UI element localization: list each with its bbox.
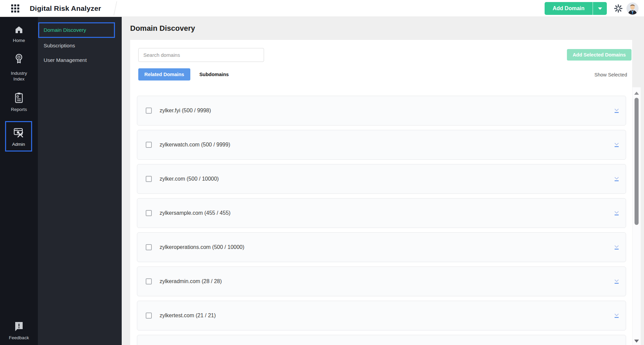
submenu-item-domain-discovery[interactable]: Domain Discovery (38, 22, 115, 38)
medal-icon (0, 53, 38, 68)
show-selected-link[interactable]: Show Selected (594, 72, 627, 77)
sidebar-item-home[interactable]: Home (0, 25, 38, 43)
page-title: Domain Discovery (130, 24, 195, 33)
app-launcher-grid-icon[interactable] (11, 4, 19, 13)
domain-row[interactable]: zylkertest.com (21 / 21) (137, 301, 626, 330)
domain-label: zylkeradmin.com (28 / 28) (160, 278, 222, 284)
domain-tabs: Related Domains Subdomains (138, 68, 229, 80)
domain-label: zylkertest.com (21 / 21) (160, 313, 216, 319)
domain-row[interactable]: zylkeradmin.com (28 / 28) (137, 267, 626, 296)
domain-label: zylkeroperations.com (500 / 10000) (160, 244, 244, 250)
sidebar-item-reports[interactable]: Reports (0, 92, 38, 112)
sidebar-item-label: Reports (11, 107, 27, 112)
expand-chevron-icon[interactable] (613, 244, 620, 250)
tab-related-domains[interactable]: Related Domains (138, 68, 190, 80)
sidebar-item-feedback[interactable]: Feedback (0, 321, 38, 340)
sidebar-item-label: Industry Index (7, 70, 31, 82)
expand-chevron-icon[interactable] (613, 313, 620, 319)
search-input[interactable] (138, 48, 264, 62)
domain-checkbox[interactable] (146, 176, 152, 182)
domain-discovery-panel: Add Selected Domains Related Domains Sub… (130, 40, 632, 345)
domain-checkbox[interactable] (146, 142, 152, 148)
list-scrollbar[interactable] (632, 87, 641, 345)
domain-checkbox[interactable] (146, 108, 152, 114)
domain-row[interactable]: zylkersample.com (455 / 455) (137, 198, 626, 228)
admin-submenu: Domain Discovery Subscriptions User Mana… (38, 17, 122, 345)
add-selected-domains-button[interactable]: Add Selected Domains (567, 49, 631, 61)
sidebar-item-label: Admin (12, 142, 25, 147)
user-avatar[interactable] (626, 2, 639, 15)
add-domain-split-button[interactable]: Add Domain (545, 2, 607, 15)
domain-label: zylkerwatch.com (500 / 9999) (160, 142, 230, 148)
expand-chevron-icon[interactable] (613, 210, 620, 216)
sidebar-item-label: Feedback (9, 335, 29, 340)
reports-icon (0, 92, 38, 105)
add-domain-dropdown-button[interactable] (593, 2, 607, 15)
domain-list: zylker.fyi (500 / 9998) zylkerwatch.com … (137, 96, 626, 345)
submenu-item-label: Domain Discovery (44, 27, 86, 33)
expand-chevron-icon[interactable] (613, 176, 620, 182)
domain-row[interactable]: zylker.fyi (500 / 9998) (137, 96, 626, 125)
submenu-item-label: User Management (44, 57, 87, 63)
sidebar-item-label: Home (13, 38, 25, 43)
title-divider (114, 1, 117, 16)
chevron-down-icon (598, 7, 602, 10)
scrollbar-thumb[interactable] (635, 98, 639, 225)
domain-row[interactable]: zylkerlabs.com (500 / 10000) (137, 335, 626, 345)
app-title: Digital Risk Analyzer (30, 0, 101, 17)
domain-row[interactable]: zylkeroperations.com (500 / 10000) (137, 232, 626, 262)
topbar: Digital Risk Analyzer Add Domain (0, 0, 644, 17)
sidebar-item-admin[interactable]: Admin (5, 121, 32, 152)
expand-chevron-icon[interactable] (613, 278, 620, 284)
domain-label: zylker.com (500 / 10000) (160, 176, 219, 182)
domain-checkbox[interactable] (146, 278, 152, 284)
scroll-down-arrow-icon[interactable] (634, 340, 639, 343)
submenu-item-user-management[interactable]: User Management (44, 56, 87, 65)
domain-label: zylker.fyi (500 / 9998) (160, 108, 211, 114)
tab-subdomains[interactable]: Subdomains (199, 72, 229, 77)
expand-chevron-icon[interactable] (613, 108, 620, 114)
domain-checkbox[interactable] (146, 313, 152, 319)
domain-label: zylkersample.com (455 / 455) (160, 210, 231, 216)
domain-checkbox[interactable] (146, 244, 152, 250)
domain-row[interactable]: zylkerwatch.com (500 / 9999) (137, 130, 626, 160)
scroll-up-arrow-icon[interactable] (634, 92, 639, 95)
feedback-bubble-icon (0, 321, 38, 333)
domain-checkbox[interactable] (146, 210, 152, 216)
sidebar-item-industry-index[interactable]: Industry Index (0, 53, 38, 82)
settings-gear-icon[interactable] (614, 4, 623, 13)
submenu-item-subscriptions[interactable]: Subscriptions (44, 41, 75, 50)
expand-chevron-icon[interactable] (613, 142, 620, 148)
add-domain-button[interactable]: Add Domain (545, 2, 593, 15)
primary-sidebar: Home Industry Index Reports (0, 17, 38, 345)
home-icon (0, 25, 38, 36)
admin-tools-icon (6, 127, 31, 140)
main-content: Domain Discovery Add Selected Domains Re… (122, 17, 644, 345)
submenu-item-label: Subscriptions (44, 43, 75, 48)
domain-row[interactable]: zylker.com (500 / 10000) (137, 164, 626, 194)
